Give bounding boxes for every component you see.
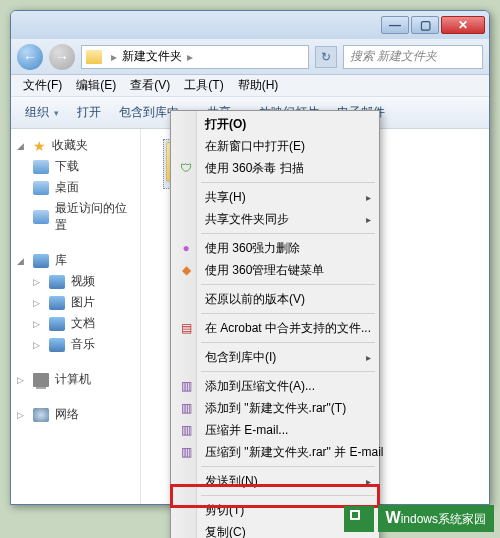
tool-open[interactable]: 打开 xyxy=(69,101,109,124)
video-icon xyxy=(49,275,65,289)
sidebar-item-videos[interactable]: ▷ 视频 xyxy=(15,271,136,292)
context-separator xyxy=(201,466,375,467)
folder-icon xyxy=(33,160,49,174)
breadcrumb-sep: ▸ xyxy=(184,50,196,64)
context-item-label: 使用 360管理右键菜单 xyxy=(205,262,324,279)
tool-organize[interactable]: 组织 xyxy=(17,101,67,124)
context-item-label: 还原以前的版本(V) xyxy=(205,291,305,308)
context-item[interactable]: ▥添加到 "新建文件夹.rar"(T) xyxy=(173,397,377,419)
watermark: Windows系统家园 xyxy=(344,505,494,532)
sidebar-item-documents[interactable]: ▷ 文档 xyxy=(15,313,136,334)
sidebar-item-downloads[interactable]: 下载 xyxy=(15,156,136,177)
context-item-icon: ● xyxy=(178,240,194,256)
forward-button[interactable]: → xyxy=(49,44,75,70)
context-item[interactable]: 打开(O) xyxy=(173,113,377,135)
context-item-label: 共享文件夹同步 xyxy=(205,211,289,228)
context-item[interactable]: 🛡使用 360杀毒 扫描 xyxy=(173,157,377,179)
sidebar-item-desktop[interactable]: 桌面 xyxy=(15,177,136,198)
sidebar: ◢★ 收藏夹 下载 桌面 最近访问的位置 ◢ xyxy=(11,129,141,504)
refresh-button[interactable]: ↻ xyxy=(315,46,337,68)
sidebar-libraries[interactable]: ◢ 库 xyxy=(15,250,136,271)
minimize-button[interactable]: — xyxy=(381,16,409,34)
context-item-label: 剪切(T) xyxy=(205,502,244,519)
context-item-icon: ◆ xyxy=(178,262,194,278)
context-separator xyxy=(201,313,375,314)
sidebar-item-music[interactable]: ▷ 音乐 xyxy=(15,334,136,355)
document-icon xyxy=(49,317,65,331)
sidebar-label: 计算机 xyxy=(55,371,91,388)
context-item[interactable]: ▥压缩到 "新建文件夹.rar" 并 E-mail xyxy=(173,441,377,463)
context-item-label: 压缩并 E-mail... xyxy=(205,422,288,439)
computer-icon xyxy=(33,373,49,387)
context-item-label: 共享(H) xyxy=(205,189,246,206)
context-item-icon: ▥ xyxy=(178,444,194,460)
menubar: 文件(F) 编辑(E) 查看(V) 工具(T) 帮助(H) xyxy=(11,75,489,97)
context-item[interactable]: 共享文件夹同步 xyxy=(173,208,377,230)
context-item[interactable]: 包含到库中(I) xyxy=(173,346,377,368)
breadcrumb-item[interactable]: 新建文件夹 xyxy=(120,48,184,65)
context-separator xyxy=(201,342,375,343)
context-item-icon: ▥ xyxy=(178,378,194,394)
sidebar-item-pictures[interactable]: ▷ 图片 xyxy=(15,292,136,313)
context-item[interactable]: 在新窗口中打开(E) xyxy=(173,135,377,157)
sidebar-item-recent[interactable]: 最近访问的位置 xyxy=(15,198,136,236)
context-item[interactable]: 发送到(N) xyxy=(173,470,377,492)
context-item-label: 在新窗口中打开(E) xyxy=(205,138,305,155)
context-item-icon: ▥ xyxy=(178,422,194,438)
sidebar-label: 文档 xyxy=(71,315,95,332)
context-item-label: 在 Acrobat 中合并支持的文件... xyxy=(205,320,371,337)
context-item-label: 发送到(N) xyxy=(205,473,258,490)
search-placeholder: 搜索 新建文件夹 xyxy=(350,48,437,65)
back-button[interactable]: ← xyxy=(17,44,43,70)
context-item[interactable]: 共享(H) xyxy=(173,186,377,208)
music-icon xyxy=(49,338,65,352)
context-item-label: 打开(O) xyxy=(205,116,246,133)
context-item[interactable]: ◆使用 360管理右键菜单 xyxy=(173,259,377,281)
context-item-icon: 🛡 xyxy=(178,160,194,176)
context-item-label: 使用 360杀毒 扫描 xyxy=(205,160,304,177)
sidebar-label: 收藏夹 xyxy=(52,137,88,154)
breadcrumb-sep: ▸ xyxy=(108,50,120,64)
watermark-text: Windows系统家园 xyxy=(378,505,494,532)
context-item[interactable]: ▤在 Acrobat 中合并支持的文件... xyxy=(173,317,377,339)
context-separator xyxy=(201,233,375,234)
sidebar-label: 下载 xyxy=(55,158,79,175)
close-button[interactable]: ✕ xyxy=(441,16,485,34)
navbar: ← → ▸ 新建文件夹 ▸ ↻ 搜索 新建文件夹 xyxy=(11,39,489,75)
menu-help[interactable]: 帮助(H) xyxy=(232,75,285,96)
sidebar-label: 桌面 xyxy=(55,179,79,196)
menu-edit[interactable]: 编辑(E) xyxy=(70,75,122,96)
sidebar-network[interactable]: ▷ 网络 xyxy=(15,404,136,425)
menu-tools[interactable]: 工具(T) xyxy=(178,75,229,96)
recent-icon xyxy=(33,210,49,224)
sidebar-label: 图片 xyxy=(71,294,95,311)
sidebar-label: 音乐 xyxy=(71,336,95,353)
context-item-icon: ▥ xyxy=(178,400,194,416)
context-separator xyxy=(201,182,375,183)
context-item-icon: ▤ xyxy=(178,320,194,336)
library-icon xyxy=(33,254,49,268)
context-item-label: 添加到 "新建文件夹.rar"(T) xyxy=(205,400,346,417)
titlebar: — ▢ ✕ xyxy=(11,11,489,39)
menu-view[interactable]: 查看(V) xyxy=(124,75,176,96)
context-item-label: 添加到压缩文件(A)... xyxy=(205,378,315,395)
context-separator xyxy=(201,371,375,372)
context-item-label: 使用 360强力删除 xyxy=(205,240,300,257)
search-input[interactable]: 搜索 新建文件夹 xyxy=(343,45,483,69)
context-separator xyxy=(201,495,375,496)
sidebar-computer[interactable]: ▷ 计算机 xyxy=(15,369,136,390)
network-icon xyxy=(33,408,49,422)
context-item[interactable]: ●使用 360强力删除 xyxy=(173,237,377,259)
sidebar-favorites[interactable]: ◢★ 收藏夹 xyxy=(15,135,136,156)
sidebar-label: 库 xyxy=(55,252,67,269)
address-bar[interactable]: ▸ 新建文件夹 ▸ xyxy=(81,45,309,69)
context-item[interactable]: 还原以前的版本(V) xyxy=(173,288,377,310)
menu-file[interactable]: 文件(F) xyxy=(17,75,68,96)
picture-icon xyxy=(49,296,65,310)
context-separator xyxy=(201,284,375,285)
maximize-button[interactable]: ▢ xyxy=(411,16,439,34)
context-item-label: 包含到库中(I) xyxy=(205,349,276,366)
sidebar-label: 网络 xyxy=(55,406,79,423)
context-item[interactable]: ▥添加到压缩文件(A)... xyxy=(173,375,377,397)
context-item[interactable]: ▥压缩并 E-mail... xyxy=(173,419,377,441)
